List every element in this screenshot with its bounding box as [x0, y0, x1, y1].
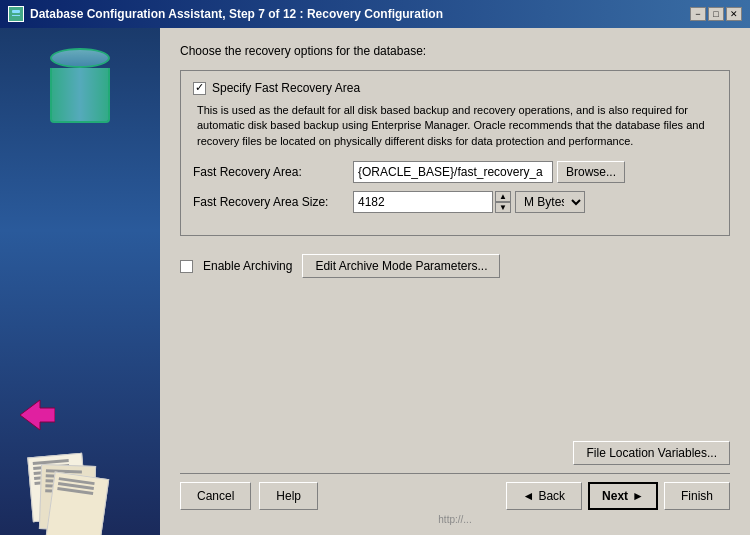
fast-recovery-area-label: Fast Recovery Area:	[193, 165, 353, 179]
back-label: Back	[538, 489, 565, 503]
right-panel: Choose the recovery options for the data…	[160, 28, 750, 535]
watermark: http://...	[180, 514, 730, 525]
specify-recovery-label: Specify Fast Recovery Area	[212, 81, 360, 95]
finish-button[interactable]: Finish	[664, 482, 730, 510]
app-icon	[8, 6, 24, 22]
unit-select[interactable]: M Bytes G Bytes	[515, 191, 585, 213]
svg-rect-0	[10, 8, 22, 20]
group-box-header: Specify Fast Recovery Area	[193, 81, 717, 95]
back-arrow: ◄	[523, 489, 535, 503]
bottom-section: File Location Variables... Cancel Help ◄…	[180, 441, 730, 525]
spinner-down-button[interactable]: ▼	[495, 202, 511, 213]
fast-recovery-size-row: Fast Recovery Area Size: ▲ ▼ M Bytes G B…	[193, 191, 717, 213]
back-button[interactable]: ◄ Back	[506, 482, 583, 510]
fast-recovery-area-row: Fast Recovery Area: Browse...	[193, 161, 717, 183]
instruction-text: Choose the recovery options for the data…	[180, 44, 730, 58]
specify-recovery-checkbox[interactable]	[193, 82, 206, 95]
fast-recovery-size-label: Fast Recovery Area Size:	[193, 195, 353, 209]
left-panel-image	[0, 28, 160, 535]
enable-archiving-checkbox[interactable]	[180, 260, 193, 273]
file-location-variables-button[interactable]: File Location Variables...	[573, 441, 730, 465]
maximize-button[interactable]: □	[708, 7, 724, 21]
browse-button[interactable]: Browse...	[557, 161, 625, 183]
close-button[interactable]: ✕	[726, 7, 742, 21]
nav-buttons: Cancel Help ◄ Back Next ► Finish	[180, 482, 730, 510]
fast-recovery-size-input[interactable]	[353, 191, 493, 213]
minimize-button[interactable]: −	[690, 7, 706, 21]
arrow-icon	[15, 395, 55, 435]
svg-rect-1	[12, 10, 20, 13]
help-button[interactable]: Help	[259, 482, 318, 510]
spinner-up-button[interactable]: ▲	[495, 191, 511, 202]
left-panel	[0, 28, 160, 535]
title-bar: Database Configuration Assistant, Step 7…	[0, 0, 750, 28]
database-icon	[50, 48, 110, 128]
description-text: This is used as the default for all disk…	[193, 103, 717, 149]
next-arrow: ►	[632, 489, 644, 503]
svg-marker-3	[20, 400, 55, 430]
archiving-section: Enable Archiving Edit Archive Mode Param…	[180, 254, 730, 278]
edit-archive-mode-button[interactable]: Edit Archive Mode Parameters...	[302, 254, 500, 278]
file-location-row: File Location Variables...	[180, 441, 730, 465]
svg-rect-2	[12, 15, 20, 16]
nav-right: ◄ Back Next ► Finish	[506, 482, 731, 510]
enable-archiving-label: Enable Archiving	[203, 259, 292, 273]
nav-left: Cancel Help	[180, 482, 318, 510]
window-controls: − □ ✕	[690, 7, 742, 21]
next-button[interactable]: Next ►	[588, 482, 658, 510]
next-label: Next	[602, 489, 628, 503]
size-spinner: ▲ ▼	[495, 191, 511, 213]
main-container: Choose the recovery options for the data…	[0, 28, 750, 535]
window-title: Database Configuration Assistant, Step 7…	[30, 7, 443, 21]
recovery-group-box: Specify Fast Recovery Area This is used …	[180, 70, 730, 236]
separator	[180, 473, 730, 474]
fast-recovery-area-input[interactable]	[353, 161, 553, 183]
cancel-button[interactable]: Cancel	[180, 482, 251, 510]
